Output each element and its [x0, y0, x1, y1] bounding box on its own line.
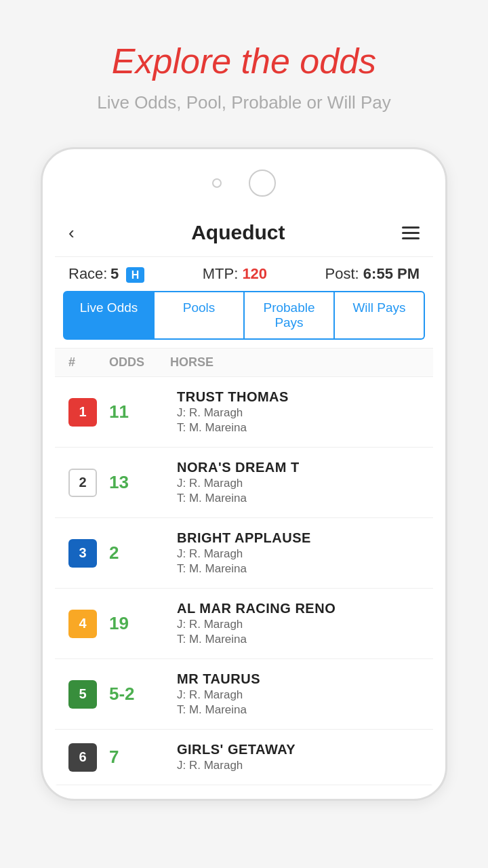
horse-trainer: T: M. Mareina — [177, 562, 420, 576]
race-label-group: Race: 5 H — [68, 265, 144, 283]
post-section: Post: 6:55 PM — [325, 265, 420, 283]
app-container: ‹ Aqueduct Race: 5 H MTP: 120 Post: 6:55… — [55, 209, 433, 785]
horse-list: 1 11 TRUST THOMAS J: R. Maragh T: M. Mar… — [55, 377, 433, 785]
back-button[interactable]: ‹ — [68, 222, 75, 243]
horse-jockey: J: R. Maragh — [177, 759, 420, 772]
tab-live-odds[interactable]: Live Odds — [63, 291, 155, 340]
horse-number-badge: 1 — [68, 398, 97, 427]
mtp-value: 120 — [242, 265, 267, 282]
horse-jockey: J: R. Maragh — [177, 406, 420, 420]
col-header-number: # — [68, 355, 109, 370]
hero-title: Explore the odds — [14, 41, 474, 81]
horse-info: BRIGHT APPLAUSE J: R. Maragh T: M. Marei… — [177, 530, 420, 576]
horse-odds: 2 — [109, 542, 170, 564]
hero-subtitle: Live Odds, Pool, Probable or Will Pay — [14, 92, 474, 113]
tab-pools[interactable]: Pools — [155, 291, 245, 340]
tabs-container: Live Odds Pools Probable Pays Will Pays — [55, 291, 433, 348]
horse-name: AL MAR RACING RENO — [177, 601, 420, 616]
horse-trainer: T: M. Mareina — [177, 492, 420, 505]
mtp-section: MTP: 120 — [203, 265, 267, 283]
table-row[interactable]: 2 13 NORA'S DREAM T J: R. Maragh T: M. M… — [55, 448, 433, 518]
table-row[interactable]: 3 2 BRIGHT APPLAUSE J: R. Maragh T: M. M… — [55, 518, 433, 589]
horse-trainer: T: M. Mareina — [177, 703, 420, 717]
horse-odds: 19 — [109, 613, 170, 634]
horse-info: NORA'S DREAM T J: R. Maragh T: M. Marein… — [177, 460, 420, 505]
horse-name: TRUST THOMAS — [177, 389, 420, 405]
horse-name: BRIGHT APPLAUSE — [177, 530, 420, 546]
horse-name: MR TAURUS — [177, 671, 420, 687]
horse-odds: 13 — [109, 472, 170, 493]
post-label: Post: — [325, 265, 359, 282]
race-badge: H — [126, 267, 145, 283]
phone-top-bar — [49, 170, 439, 197]
horse-name: GIRLS' GETAWAY — [177, 742, 420, 757]
table-row[interactable]: 4 19 AL MAR RACING RENO J: R. Maragh T: … — [55, 589, 433, 659]
phone-camera — [212, 178, 222, 188]
race-info-bar: Race: 5 H MTP: 120 Post: 6:55 PM — [55, 257, 433, 291]
table-header: # ODDS HORSE — [55, 348, 433, 377]
phone-mockup: ‹ Aqueduct Race: 5 H MTP: 120 Post: 6:55… — [41, 147, 447, 801]
tab-probable-pays[interactable]: Probable Pays — [245, 291, 335, 340]
app-title: Aqueduct — [191, 221, 285, 244]
app-header: ‹ Aqueduct — [55, 209, 433, 257]
race-label: Race: — [68, 265, 107, 282]
horse-number-badge: 5 — [68, 680, 97, 709]
mtp-label: MTP: — [203, 265, 239, 282]
horse-number-badge: 3 — [68, 539, 97, 568]
col-header-horse: HORSE — [170, 355, 214, 370]
horse-odds: 5-2 — [109, 684, 170, 705]
post-time: 6:55 PM — [363, 265, 420, 282]
race-number: 5 — [110, 265, 119, 282]
col-header-odds: ODDS — [109, 355, 170, 370]
horse-trainer: T: M. Mareina — [177, 633, 420, 646]
horse-name: NORA'S DREAM T — [177, 460, 420, 475]
hero-section: Explore the odds Live Odds, Pool, Probab… — [0, 0, 488, 127]
table-row[interactable]: 5 5-2 MR TAURUS J: R. Maragh T: M. Marei… — [55, 659, 433, 730]
horse-trainer: T: M. Mareina — [177, 421, 420, 435]
table-row[interactable]: 6 7 GIRLS' GETAWAY J: R. Maragh — [55, 730, 433, 785]
horse-number-badge: 6 — [68, 743, 97, 772]
horse-odds: 7 — [109, 747, 170, 768]
table-row[interactable]: 1 11 TRUST THOMAS J: R. Maragh T: M. Mar… — [55, 377, 433, 448]
horse-jockey: J: R. Maragh — [177, 688, 420, 702]
horse-info: GIRLS' GETAWAY J: R. Maragh — [177, 742, 420, 772]
menu-icon[interactable] — [402, 226, 420, 239]
horse-jockey: J: R. Maragh — [177, 547, 420, 561]
horse-number-badge: 4 — [68, 610, 97, 638]
horse-info: MR TAURUS J: R. Maragh T: M. Mareina — [177, 671, 420, 717]
phone-home-btn — [249, 170, 276, 197]
horse-number-badge: 2 — [68, 469, 97, 497]
tab-will-pays[interactable]: Will Pays — [335, 291, 425, 340]
horse-odds: 11 — [109, 401, 170, 422]
horse-info: AL MAR RACING RENO J: R. Maragh T: M. Ma… — [177, 601, 420, 646]
horse-jockey: J: R. Maragh — [177, 618, 420, 631]
horse-jockey: J: R. Maragh — [177, 477, 420, 490]
horse-info: TRUST THOMAS J: R. Maragh T: M. Mareina — [177, 389, 420, 435]
